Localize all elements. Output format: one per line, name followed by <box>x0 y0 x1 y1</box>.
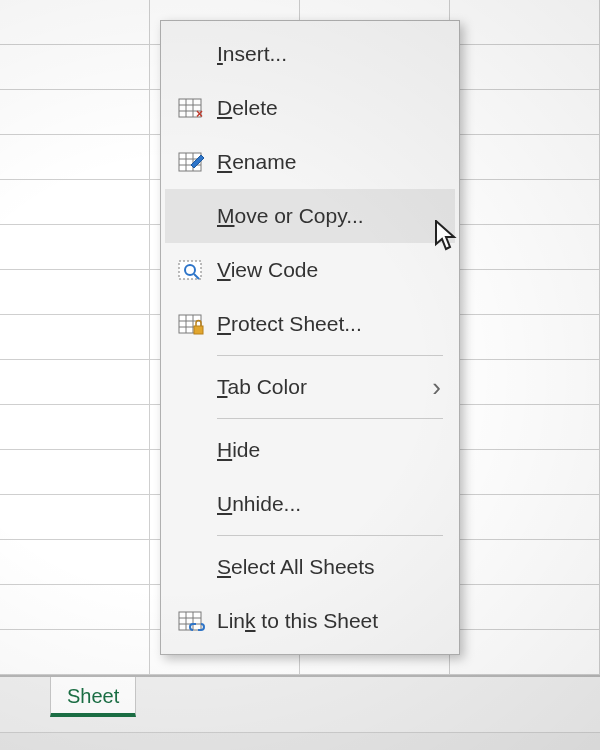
menu-separator <box>217 355 443 356</box>
chevron-right-icon: › <box>432 372 445 403</box>
menu-item-label: Protect Sheet... <box>211 312 445 336</box>
empty-icon <box>171 549 211 585</box>
menu-item-select-all-sheets[interactable]: Select All Sheets <box>165 540 455 594</box>
protect-sheet-icon <box>171 306 211 342</box>
menu-item-label: Delete <box>211 96 445 120</box>
link-sheet-icon <box>171 603 211 639</box>
empty-icon <box>171 369 211 405</box>
empty-icon <box>171 36 211 72</box>
menu-item-unhide[interactable]: Unhide... <box>165 477 455 531</box>
menu-item-hide[interactable]: Hide <box>165 423 455 477</box>
menu-item-label: View Code <box>211 258 445 282</box>
menu-item-label: Move or Copy... <box>211 204 445 228</box>
svg-text:×: × <box>196 107 203 120</box>
menu-item-view-code[interactable]: View Code <box>165 243 455 297</box>
menu-separator <box>217 535 443 536</box>
svg-rect-19 <box>194 326 203 334</box>
status-bar-region <box>0 732 600 750</box>
menu-item-link-to-this-sheet[interactable]: Link to this Sheet <box>165 594 455 648</box>
menu-item-label: Select All Sheets <box>211 555 445 579</box>
menu-item-label: Link to this Sheet <box>211 609 445 633</box>
menu-item-label: Insert... <box>211 42 445 66</box>
menu-item-label: Unhide... <box>211 492 445 516</box>
empty-icon <box>171 432 211 468</box>
empty-icon <box>171 486 211 522</box>
menu-item-delete[interactable]: ×Delete <box>165 81 455 135</box>
menu-item-rename[interactable]: Rename <box>165 135 455 189</box>
menu-item-move-or-copy[interactable]: Move or Copy... <box>165 189 455 243</box>
menu-item-label: Hide <box>211 438 445 462</box>
active-sheet-tab[interactable]: Sheet <box>50 677 136 717</box>
sheet-tab-context-menu[interactable]: Insert...×DeleteRenameMove or Copy...Vie… <box>160 20 460 655</box>
menu-item-label: Tab Color <box>211 375 432 399</box>
rename-sheet-icon <box>171 144 211 180</box>
empty-icon <box>171 198 211 234</box>
delete-sheet-icon: × <box>171 90 211 126</box>
menu-separator <box>217 418 443 419</box>
sheet-tab-bar[interactable]: Sheet <box>0 677 600 732</box>
menu-item-label: Rename <box>211 150 445 174</box>
sheet-tab-label: Sheet <box>67 685 119 708</box>
menu-item-tab-color[interactable]: Tab Color› <box>165 360 455 414</box>
menu-item-insert[interactable]: Insert... <box>165 27 455 81</box>
view-code-icon <box>171 252 211 288</box>
menu-item-protect-sheet[interactable]: Protect Sheet... <box>165 297 455 351</box>
